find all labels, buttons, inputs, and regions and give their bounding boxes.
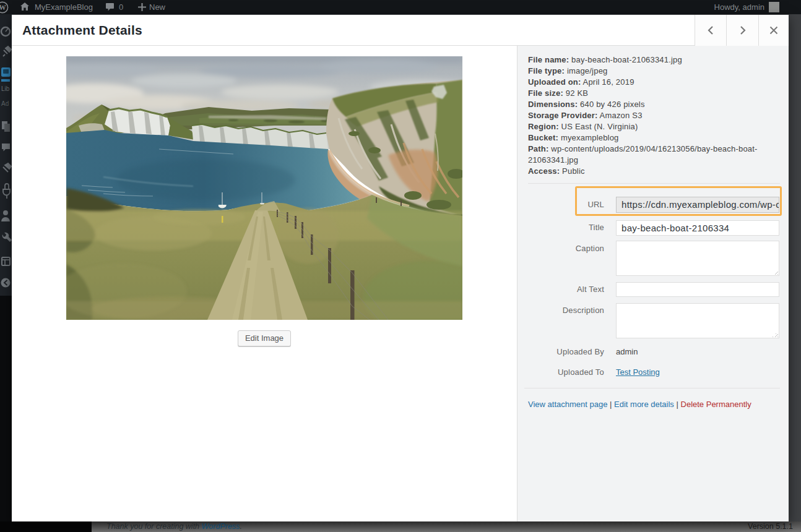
svg-text:Lib: Lib <box>1 85 10 92</box>
svg-text:Ad: Ad <box>1 100 9 107</box>
svg-text:W: W <box>0 4 6 11</box>
